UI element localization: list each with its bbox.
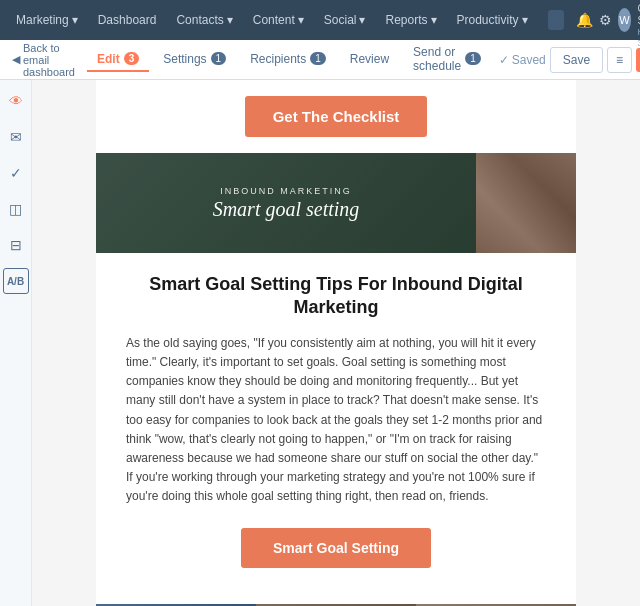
banner-right-overlay [476,153,576,253]
banner-right-image [476,153,576,253]
more-options-button[interactable]: ≡ [607,47,632,73]
sidebar-chart-icon[interactable]: ◫ [3,196,29,222]
article-title: Smart Goal Setting Tips For Inbound Digi… [126,273,546,320]
check-saved-icon: ✓ [499,53,509,67]
email-body: Get The Checklist INBOUND MARKETING Smar… [96,80,576,606]
chevron-down-icon: ▾ [298,13,304,27]
sidebar-check-icon[interactable]: ✓ [3,160,29,186]
left-sidebar: 👁 ✉ ✓ ◫ ⊟ A/B [0,80,32,606]
menu-icon: ≡ [616,53,623,67]
chevron-down-icon: ▾ [72,13,78,27]
saved-indicator: ✓ Saved [499,53,546,67]
chevron-down-icon: ▾ [227,13,233,27]
tab-edit[interactable]: Edit 3 [87,48,149,72]
sidebar-layout-icon[interactable]: ⊟ [3,232,29,258]
search-container [548,10,564,30]
email-content-area: Get The Checklist INBOUND MARKETING Smar… [32,80,640,606]
tab-settings[interactable]: Settings 1 [153,48,236,72]
main-layout: 👁 ✉ ✓ ◫ ⊟ A/B Get The Checklist INBOUND … [0,80,640,606]
nav-productivity[interactable]: Productivity ▾ [449,9,536,31]
settings-icon[interactable]: ⚙ [599,12,612,28]
article-section: Smart Goal Setting Tips For Inbound Digi… [96,253,576,604]
avatar[interactable]: W [618,8,632,32]
nav-social[interactable]: Social ▾ [316,9,374,31]
tab-recipients-badge: 1 [310,52,326,65]
checklist-button[interactable]: Get The Checklist [245,96,428,137]
tab-edit-badge: 3 [124,52,140,65]
banner-section: INBOUND MARKETING Smart goal setting [96,153,576,253]
sidebar-ab-icon[interactable]: A/B [3,268,29,294]
edit-bar: ◀ Back to email dashboard Edit 3 Setting… [0,40,640,80]
tab-recipients[interactable]: Recipients 1 [240,48,336,72]
nav-dashboard[interactable]: Dashboard [90,9,165,31]
nav-reports[interactable]: Reports ▾ [377,9,444,31]
nav-contacts[interactable]: Contacts ▾ [168,9,240,31]
search-input[interactable] [548,10,564,30]
tab-review[interactable]: Review [340,48,399,72]
smart-goal-cta-button[interactable]: Smart Goal Setting [241,528,431,568]
chevron-down-icon: ▾ [522,13,528,27]
cta-section: Smart Goal Setting [126,524,546,584]
nav-right-area: 🔔 ⚙ W Web Canopy St... Hub ID: 3992011 [576,0,640,49]
tab-send[interactable]: Send or schedule 1 [403,41,491,79]
article-body: As the old saying goes, "If you consiste… [126,334,546,507]
tab-send-badge: 1 [465,52,481,65]
back-arrow-icon: ◀ [12,53,20,66]
notification-icon[interactable]: 🔔 [576,12,593,28]
chevron-down-icon: ▾ [431,13,437,27]
next-button[interactable]: Next [636,48,640,72]
tab-settings-badge: 1 [211,52,227,65]
checklist-section: Get The Checklist [96,80,576,153]
top-navigation: Marketing ▾ Dashboard Contacts ▾ Content… [0,0,640,40]
banner-subtitle: INBOUND MARKETING [220,186,352,196]
save-button[interactable]: Save [550,47,603,73]
sidebar-email-icon[interactable]: ✉ [3,124,29,150]
sidebar-preview-icon[interactable]: 👁 [3,88,29,114]
nav-marketing[interactable]: Marketing ▾ [8,9,86,31]
banner-title: Smart goal setting [213,198,360,221]
chevron-down-icon: ▾ [359,13,365,27]
nav-content[interactable]: Content ▾ [245,9,312,31]
banner-left: INBOUND MARKETING Smart goal setting [96,153,476,253]
back-to-dashboard-link[interactable]: ◀ Back to email dashboard [12,42,75,78]
